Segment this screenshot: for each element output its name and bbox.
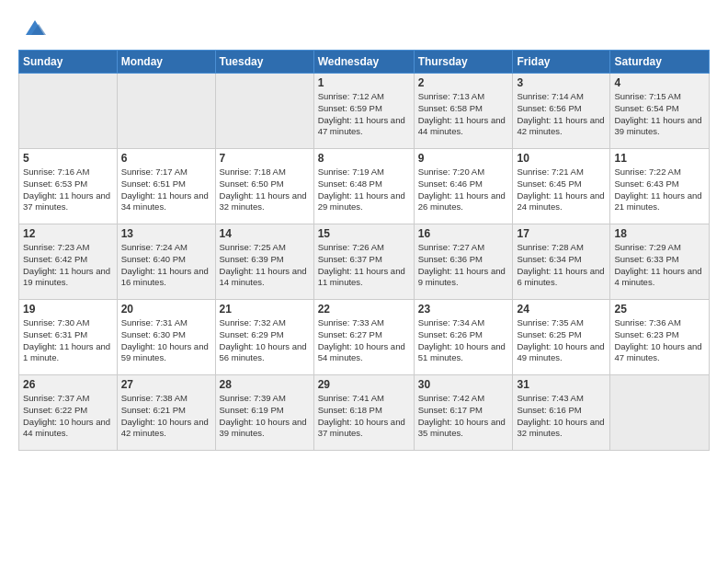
calendar-week-row: 26Sunrise: 7:37 AM Sunset: 6:22 PM Dayli…	[19, 375, 710, 451]
calendar-day-cell: 18Sunrise: 7:29 AM Sunset: 6:33 PM Dayli…	[610, 224, 710, 300]
day-number: 13	[121, 227, 211, 240]
day-number: 31	[517, 378, 606, 391]
calendar-day-cell: 22Sunrise: 7:33 AM Sunset: 6:27 PM Dayli…	[313, 300, 414, 375]
day-info: Sunrise: 7:15 AM Sunset: 6:54 PM Dayligh…	[614, 91, 705, 138]
calendar-header-saturday: Saturday	[610, 51, 710, 74]
calendar-day-cell: 25Sunrise: 7:36 AM Sunset: 6:23 PM Dayli…	[610, 300, 710, 375]
day-info: Sunrise: 7:26 AM Sunset: 6:37 PM Dayligh…	[318, 242, 410, 289]
calendar-day-cell: 2Sunrise: 7:13 AM Sunset: 6:58 PM Daylig…	[414, 74, 513, 149]
calendar-day-cell: 19Sunrise: 7:30 AM Sunset: 6:31 PM Dayli…	[19, 300, 118, 375]
day-number: 12	[23, 227, 113, 240]
calendar-week-row: 5Sunrise: 7:16 AM Sunset: 6:53 PM Daylig…	[19, 149, 710, 224]
calendar-day-cell: 3Sunrise: 7:14 AM Sunset: 6:56 PM Daylig…	[513, 74, 610, 149]
day-info: Sunrise: 7:37 AM Sunset: 6:22 PM Dayligh…	[23, 393, 113, 440]
calendar-day-cell: 15Sunrise: 7:26 AM Sunset: 6:37 PM Dayli…	[313, 224, 414, 300]
calendar-day-cell: 30Sunrise: 7:42 AM Sunset: 6:17 PM Dayli…	[414, 375, 513, 451]
calendar-day-cell: 7Sunrise: 7:18 AM Sunset: 6:50 PM Daylig…	[215, 149, 313, 224]
calendar-day-cell: 12Sunrise: 7:23 AM Sunset: 6:42 PM Dayli…	[19, 224, 118, 300]
day-number: 20	[121, 303, 211, 316]
calendar-day-cell: 17Sunrise: 7:28 AM Sunset: 6:34 PM Dayli…	[513, 224, 610, 300]
day-info: Sunrise: 7:13 AM Sunset: 6:58 PM Dayligh…	[418, 91, 509, 138]
day-info: Sunrise: 7:22 AM Sunset: 6:43 PM Dayligh…	[614, 167, 705, 213]
day-info: Sunrise: 7:39 AM Sunset: 6:19 PM Dayligh…	[220, 393, 310, 440]
day-number: 7	[220, 152, 310, 165]
calendar: SundayMondayTuesdayWednesdayThursdayFrid…	[18, 50, 710, 451]
logo	[18, 15, 48, 40]
calendar-day-cell: 20Sunrise: 7:31 AM Sunset: 6:30 PM Dayli…	[117, 300, 215, 375]
day-number: 1	[318, 76, 410, 89]
calendar-header-thursday: Thursday	[414, 51, 513, 74]
calendar-day-cell: 27Sunrise: 7:38 AM Sunset: 6:21 PM Dayli…	[117, 375, 215, 451]
day-number: 3	[517, 76, 606, 89]
calendar-day-cell: 26Sunrise: 7:37 AM Sunset: 6:22 PM Dayli…	[19, 375, 118, 451]
calendar-week-row: 1Sunrise: 7:12 AM Sunset: 6:59 PM Daylig…	[19, 74, 710, 149]
day-info: Sunrise: 7:20 AM Sunset: 6:46 PM Dayligh…	[418, 167, 509, 213]
day-number: 29	[318, 378, 410, 391]
day-info: Sunrise: 7:43 AM Sunset: 6:16 PM Dayligh…	[517, 393, 606, 440]
day-number: 26	[23, 378, 113, 391]
calendar-day-cell: 5Sunrise: 7:16 AM Sunset: 6:53 PM Daylig…	[19, 149, 118, 224]
day-number: 9	[418, 152, 509, 165]
day-number: 23	[418, 303, 509, 316]
day-info: Sunrise: 7:42 AM Sunset: 6:17 PM Dayligh…	[418, 393, 509, 440]
calendar-day-cell: 4Sunrise: 7:15 AM Sunset: 6:54 PM Daylig…	[610, 74, 710, 149]
day-info: Sunrise: 7:38 AM Sunset: 6:21 PM Dayligh…	[121, 393, 211, 440]
calendar-day-cell: 28Sunrise: 7:39 AM Sunset: 6:19 PM Dayli…	[215, 375, 313, 451]
day-info: Sunrise: 7:30 AM Sunset: 6:31 PM Dayligh…	[23, 317, 113, 364]
day-info: Sunrise: 7:34 AM Sunset: 6:26 PM Dayligh…	[418, 317, 509, 364]
calendar-day-cell: 31Sunrise: 7:43 AM Sunset: 6:16 PM Dayli…	[513, 375, 610, 451]
day-number: 16	[418, 227, 509, 240]
day-info: Sunrise: 7:27 AM Sunset: 6:36 PM Dayligh…	[418, 242, 509, 289]
day-number: 24	[517, 303, 606, 316]
calendar-week-row: 12Sunrise: 7:23 AM Sunset: 6:42 PM Dayli…	[19, 224, 710, 300]
day-number: 4	[614, 76, 705, 89]
day-number: 17	[517, 227, 606, 240]
calendar-day-cell: 23Sunrise: 7:34 AM Sunset: 6:26 PM Dayli…	[414, 300, 513, 375]
day-number: 19	[23, 303, 113, 316]
day-number: 18	[614, 227, 705, 240]
day-info: Sunrise: 7:29 AM Sunset: 6:33 PM Dayligh…	[614, 242, 705, 289]
calendar-day-cell: 13Sunrise: 7:24 AM Sunset: 6:40 PM Dayli…	[117, 224, 215, 300]
day-number: 25	[614, 303, 705, 316]
day-info: Sunrise: 7:12 AM Sunset: 6:59 PM Dayligh…	[318, 91, 410, 138]
calendar-day-cell: 10Sunrise: 7:21 AM Sunset: 6:45 PM Dayli…	[513, 149, 610, 224]
day-info: Sunrise: 7:41 AM Sunset: 6:18 PM Dayligh…	[318, 393, 410, 440]
day-info: Sunrise: 7:33 AM Sunset: 6:27 PM Dayligh…	[318, 317, 410, 364]
day-info: Sunrise: 7:32 AM Sunset: 6:29 PM Dayligh…	[220, 317, 310, 364]
calendar-header-tuesday: Tuesday	[215, 51, 313, 74]
day-info: Sunrise: 7:36 AM Sunset: 6:23 PM Dayligh…	[614, 317, 705, 364]
day-number: 15	[318, 227, 410, 240]
calendar-header-sunday: Sunday	[19, 51, 118, 74]
day-number: 5	[23, 152, 113, 165]
day-info: Sunrise: 7:28 AM Sunset: 6:34 PM Dayligh…	[517, 242, 606, 289]
day-number: 27	[121, 378, 211, 391]
day-info: Sunrise: 7:14 AM Sunset: 6:56 PM Dayligh…	[517, 91, 606, 138]
calendar-day-cell: 21Sunrise: 7:32 AM Sunset: 6:29 PM Dayli…	[215, 300, 313, 375]
calendar-day-cell: 14Sunrise: 7:25 AM Sunset: 6:39 PM Dayli…	[215, 224, 313, 300]
day-number: 8	[318, 152, 410, 165]
day-info: Sunrise: 7:17 AM Sunset: 6:51 PM Dayligh…	[121, 167, 211, 213]
calendar-day-cell	[215, 74, 313, 149]
header	[18, 15, 710, 40]
day-number: 28	[220, 378, 310, 391]
day-number: 2	[418, 76, 509, 89]
page: SundayMondayTuesdayWednesdayThursdayFrid…	[0, 0, 728, 563]
day-number: 30	[418, 378, 509, 391]
day-number: 10	[517, 152, 606, 165]
calendar-day-cell: 8Sunrise: 7:19 AM Sunset: 6:48 PM Daylig…	[313, 149, 414, 224]
day-info: Sunrise: 7:35 AM Sunset: 6:25 PM Dayligh…	[517, 317, 606, 364]
calendar-day-cell: 29Sunrise: 7:41 AM Sunset: 6:18 PM Dayli…	[313, 375, 414, 451]
calendar-header-wednesday: Wednesday	[313, 51, 414, 74]
calendar-day-cell: 24Sunrise: 7:35 AM Sunset: 6:25 PM Dayli…	[513, 300, 610, 375]
calendar-day-cell: 16Sunrise: 7:27 AM Sunset: 6:36 PM Dayli…	[414, 224, 513, 300]
calendar-day-cell: 11Sunrise: 7:22 AM Sunset: 6:43 PM Dayli…	[610, 149, 710, 224]
calendar-day-cell: 6Sunrise: 7:17 AM Sunset: 6:51 PM Daylig…	[117, 149, 215, 224]
calendar-day-cell	[610, 375, 710, 451]
day-info: Sunrise: 7:19 AM Sunset: 6:48 PM Dayligh…	[318, 167, 410, 213]
day-info: Sunrise: 7:21 AM Sunset: 6:45 PM Dayligh…	[517, 167, 606, 213]
day-number: 22	[318, 303, 410, 316]
logo-icon	[22, 15, 48, 40]
day-info: Sunrise: 7:25 AM Sunset: 6:39 PM Dayligh…	[220, 242, 310, 289]
day-number: 6	[121, 152, 211, 165]
calendar-day-cell: 1Sunrise: 7:12 AM Sunset: 6:59 PM Daylig…	[313, 74, 414, 149]
